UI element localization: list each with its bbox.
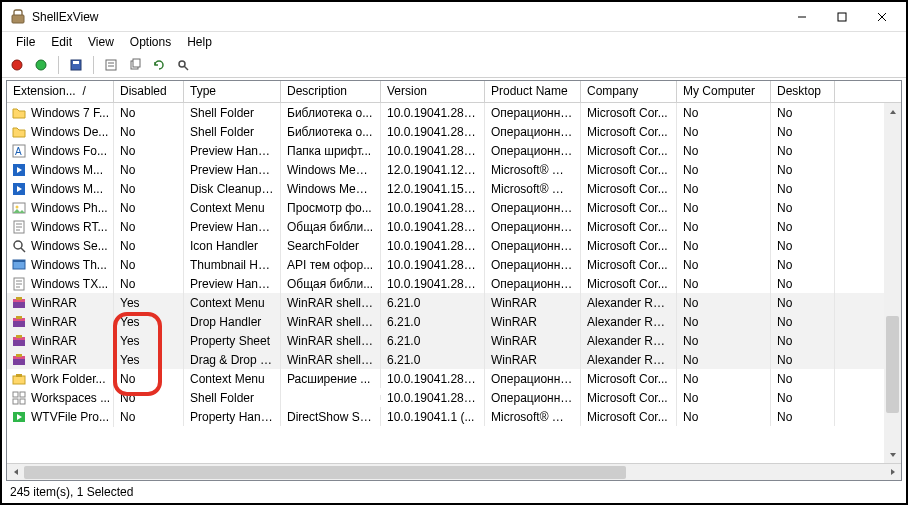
col-product[interactable]: Product Name (485, 81, 581, 102)
col-mycomputer[interactable]: My Computer (677, 81, 771, 102)
svg-rect-49 (20, 392, 25, 397)
cell-version: 10.0.19041.1 (... (381, 407, 485, 426)
table-row[interactable]: Work Folder...NoContext MenuРасширение .… (7, 369, 901, 388)
scroll-up-icon[interactable] (884, 103, 901, 120)
cell-extension: Windows M... (31, 163, 103, 177)
svg-rect-46 (13, 376, 25, 384)
save-icon[interactable] (67, 56, 85, 74)
row-icon (11, 333, 27, 349)
toolbar-divider (93, 56, 94, 74)
cell-desktop: No (771, 407, 835, 426)
svg-rect-13 (133, 59, 140, 67)
scroll-down-icon[interactable] (884, 446, 901, 463)
find-icon[interactable] (174, 56, 192, 74)
cell-disabled: No (114, 160, 184, 179)
cell-company: Microsoft Cor... (581, 141, 677, 160)
svg-rect-39 (16, 316, 22, 319)
cell-type: Preview Handler (184, 160, 281, 179)
disable-icon[interactable] (8, 56, 26, 74)
table-row[interactable]: WinRARYesContext MenuWinRAR shell e...6.… (7, 293, 901, 312)
table-row[interactable]: Workspaces ...NoShell Folder10.0.19041.2… (7, 388, 901, 407)
copy-icon[interactable] (126, 56, 144, 74)
cell-extension: Windows Ph... (31, 201, 108, 215)
scroll-left-icon[interactable] (7, 464, 24, 481)
cell-type: Preview Handler (184, 141, 281, 160)
cell-desktop: No (771, 293, 835, 312)
cell-desktop: No (771, 388, 835, 407)
table-body[interactable]: Windows 7 F...NoShell FolderБиблиотека о… (7, 103, 901, 463)
menu-edit[interactable]: Edit (43, 33, 80, 51)
cell-version: 6.21.0 (381, 331, 485, 350)
cell-desktop: No (771, 274, 835, 293)
menu-file[interactable]: File (8, 33, 43, 51)
table-row[interactable]: Windows M...NoPreview HandlerWindows Med… (7, 160, 901, 179)
menu-help[interactable]: Help (179, 33, 220, 51)
cell-mycomputer: No (677, 198, 771, 217)
minimize-button[interactable] (782, 3, 822, 31)
vertical-scrollbar[interactable] (884, 103, 901, 463)
hscroll-thumb[interactable] (24, 466, 626, 479)
col-version[interactable]: Version (381, 81, 485, 102)
svg-rect-42 (16, 335, 22, 338)
menu-view[interactable]: View (80, 33, 122, 51)
table-row[interactable]: Windows TX...NoPreview HandlerОбщая библ… (7, 274, 901, 293)
cell-desktop: No (771, 160, 835, 179)
table-row[interactable]: Windows De...NoShell FolderБиблиотека о.… (7, 122, 901, 141)
col-disabled[interactable]: Disabled (114, 81, 184, 102)
cell-product: Операционна... (485, 255, 581, 274)
table-row[interactable]: WinRARYesDrop HandlerWinRAR shell e...6.… (7, 312, 901, 331)
cell-extension: WinRAR (31, 315, 77, 329)
scroll-thumb[interactable] (886, 316, 899, 414)
col-company[interactable]: Company (581, 81, 677, 102)
properties-icon[interactable] (102, 56, 120, 74)
enable-icon[interactable] (32, 56, 50, 74)
close-button[interactable] (862, 3, 902, 31)
table-row[interactable]: WinRARYesDrag & Drop H...WinRAR shell e.… (7, 350, 901, 369)
cell-type: Property Hand... (184, 407, 281, 426)
table-row[interactable]: Windows Se...NoIcon HandlerSearchFolder1… (7, 236, 901, 255)
cell-type: Shell Folder (184, 388, 281, 407)
cell-mycomputer: No (677, 217, 771, 236)
horizontal-scrollbar[interactable] (7, 463, 901, 480)
cell-desktop: No (771, 141, 835, 160)
cell-description: SearchFolder (281, 236, 381, 255)
cell-company: Alexander Ros... (581, 312, 677, 331)
cell-version: 6.21.0 (381, 312, 485, 331)
maximize-button[interactable] (822, 3, 862, 31)
cell-desktop: No (771, 255, 835, 274)
cell-disabled: No (114, 122, 184, 141)
table-row[interactable]: WTVFile Pro...NoProperty Hand...DirectSh… (7, 407, 901, 426)
row-icon (11, 219, 27, 235)
cell-mycomputer: No (677, 293, 771, 312)
svg-rect-29 (13, 260, 25, 262)
cell-description: Windows Medi... (281, 160, 381, 179)
col-desktop[interactable]: Desktop (771, 81, 835, 102)
toolbar (2, 52, 906, 78)
col-extension[interactable]: Extension... / (7, 81, 114, 102)
cell-company: Microsoft Cor... (581, 388, 677, 407)
cell-company: Microsoft Cor... (581, 255, 677, 274)
cell-extension: Windows M... (31, 182, 103, 196)
table-row[interactable]: WinRARYesProperty SheetWinRAR shell e...… (7, 331, 901, 350)
refresh-icon[interactable] (150, 56, 168, 74)
cell-version: 10.0.19041.284... (381, 122, 485, 141)
menu-options[interactable]: Options (122, 33, 179, 51)
cell-company: Microsoft Cor... (581, 160, 677, 179)
cell-type: Context Menu (184, 369, 281, 388)
svg-text:A: A (15, 146, 22, 157)
table-row[interactable]: AWindows Fo...NoPreview HandlerПапка шри… (7, 141, 901, 160)
table-row[interactable]: Windows M...NoDisk Cleanup ...Windows Me… (7, 179, 901, 198)
cell-desktop: No (771, 331, 835, 350)
table-row[interactable]: Windows 7 F...NoShell FolderБиблиотека о… (7, 103, 901, 122)
table-row[interactable]: Windows Th...NoThumbnail Ha...API тем оф… (7, 255, 901, 274)
col-type[interactable]: Type (184, 81, 281, 102)
table-row[interactable]: Windows Ph...NoContext MenuПросмотр фо..… (7, 198, 901, 217)
cell-description: WinRAR shell e... (281, 331, 381, 350)
cell-product: Операционна... (485, 388, 581, 407)
col-description[interactable]: Description (281, 81, 381, 102)
scroll-right-icon[interactable] (884, 464, 901, 481)
row-icon (11, 257, 27, 273)
cell-version: 10.0.19041.284... (381, 369, 485, 388)
table-row[interactable]: Windows RT...NoPreview HandlerОбщая библ… (7, 217, 901, 236)
row-icon (11, 409, 27, 425)
